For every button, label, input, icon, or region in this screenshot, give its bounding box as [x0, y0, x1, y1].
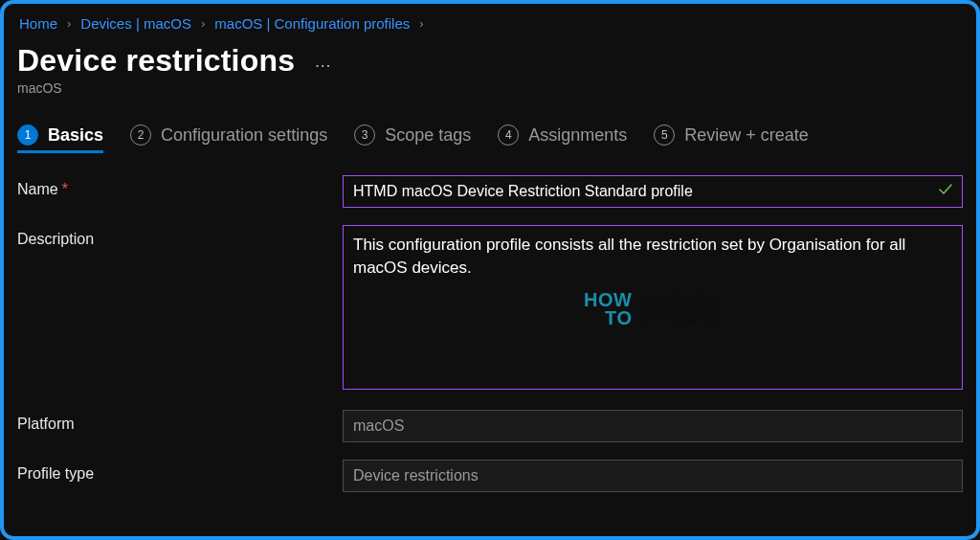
step-number-icon: 4	[498, 124, 519, 146]
step-number-icon: 5	[654, 124, 675, 146]
step-label: Configuration settings	[161, 125, 327, 146]
page-subtitle: macOS	[17, 80, 963, 96]
page-title: Device restrictions	[17, 43, 295, 79]
step-review-create[interactable]: 5 Review + create	[654, 124, 809, 153]
breadcrumb-devices-macos[interactable]: Devices | macOS	[80, 15, 191, 32]
chevron-right-icon: ›	[67, 16, 71, 31]
step-label: Review + create	[684, 125, 809, 146]
step-scope-tags[interactable]: 3 Scope tags	[354, 124, 471, 153]
step-number-icon: 3	[354, 124, 375, 146]
name-input[interactable]	[343, 175, 963, 208]
step-basics[interactable]: 1 Basics	[17, 124, 103, 153]
platform-readonly: macOS	[343, 410, 963, 442]
step-label: Basics	[48, 125, 103, 146]
step-label: Assignments	[528, 125, 627, 146]
step-label: Scope tags	[385, 125, 471, 146]
step-number-icon: 1	[17, 124, 38, 146]
chevron-right-icon: ›	[201, 16, 205, 31]
breadcrumb: Home › Devices | macOS › macOS | Configu…	[17, 13, 963, 37]
step-configuration-settings[interactable]: 2 Configuration settings	[130, 124, 327, 153]
form-basics: Name* Description This configuration pro…	[17, 175, 963, 492]
chevron-right-icon: ›	[419, 16, 423, 31]
required-icon: *	[62, 181, 68, 197]
label-platform: Platform	[17, 410, 343, 433]
step-number-icon: 2	[130, 124, 151, 146]
step-assignments[interactable]: 4 Assignments	[498, 124, 627, 153]
more-actions-button[interactable]: …	[314, 52, 333, 72]
wizard-steps: 1 Basics 2 Configuration settings 3 Scop…	[17, 124, 963, 154]
profile-type-readonly: Device restrictions	[343, 460, 963, 492]
label-profile-type: Profile type	[17, 460, 343, 483]
breadcrumb-home[interactable]: Home	[19, 15, 57, 32]
label-description: Description	[17, 225, 343, 248]
description-textarea[interactable]: This configuration profile consists all …	[343, 225, 963, 390]
breadcrumb-config-profiles[interactable]: macOS | Configuration profiles	[214, 15, 410, 32]
label-name: Name*	[17, 175, 343, 198]
